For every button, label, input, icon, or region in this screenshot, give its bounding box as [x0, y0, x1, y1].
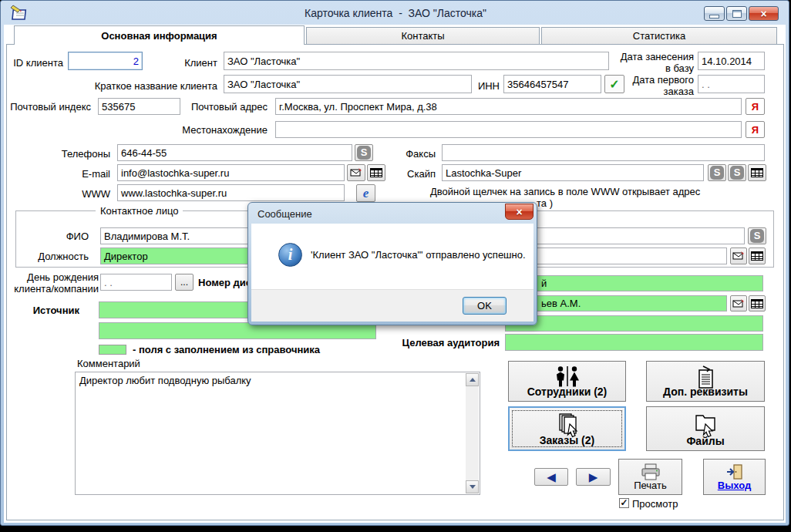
id-label: ID клиента — [8, 57, 63, 69]
orders-button[interactable]: Заказы (2) — [508, 406, 626, 451]
mail-icon — [732, 298, 745, 309]
manager-field[interactable]: ьев А.М. — [505, 295, 727, 311]
fio-value: Владимирова М.Т. — [104, 231, 190, 242]
document-icon — [694, 365, 717, 390]
open-browser-button[interactable]: e — [356, 184, 375, 202]
titlebar[interactable]: Карточка клиента - ЗАО "Ласточка" × — [1, 1, 790, 25]
legend-swatch — [99, 345, 126, 355]
phones-label: Телефоны — [46, 148, 110, 160]
ellipsis-icon: ... — [180, 277, 188, 288]
postcode-field[interactable]: 535675 — [98, 98, 180, 115]
folder-icon — [692, 411, 719, 437]
inn-label: ИНН — [475, 80, 500, 92]
send-mail-button[interactable] — [347, 164, 365, 181]
phone-skype-button[interactable]: S — [355, 144, 373, 161]
tab-main-info[interactable]: Основная информация — [14, 25, 305, 45]
contact-skype-button[interactable]: S — [748, 227, 766, 244]
next-record-button[interactable]: ▶ — [576, 468, 611, 486]
skype-chat-button[interactable]: S — [708, 164, 726, 181]
location-map-button[interactable]: Я — [746, 121, 765, 138]
comment-label: Комментарий — [77, 358, 170, 369]
contact-list-button[interactable] — [749, 247, 766, 264]
inn-field[interactable]: 35646457547 — [503, 75, 601, 93]
table-icon — [751, 299, 763, 308]
short-name-field[interactable]: ЗАО "Ласточка" — [224, 75, 472, 93]
minimize-icon — [709, 15, 719, 19]
manager-value-fragment: ьев А.М. — [541, 298, 581, 309]
target-audience-field[interactable] — [505, 334, 763, 351]
scroll-up-button[interactable] — [466, 373, 479, 386]
prev-record-button[interactable]: ◀ — [534, 468, 568, 486]
birthday-field[interactable]: . . — [100, 274, 172, 291]
email-list-button[interactable] — [367, 164, 385, 181]
target-audience-label: Целевая аудитория — [385, 337, 500, 348]
skype-call-button[interactable]: S — [728, 164, 746, 181]
client-name-field[interactable]: ЗАО "Ласточка" — [224, 52, 609, 70]
yandex-icon: Я — [752, 124, 759, 136]
client-label: Клиент — [150, 57, 217, 69]
maximize-button[interactable] — [726, 6, 747, 21]
short-name-label: Краткое название клиента — [69, 80, 217, 92]
birthday-picker-button[interactable]: ... — [175, 274, 194, 291]
manager-mail-button[interactable] — [730, 295, 747, 311]
client-card-window: Карточка клиента - ЗАО "Ласточка" × Осно… — [0, 0, 791, 532]
preview-checkbox[interactable]: ✓ — [619, 498, 629, 508]
phones-value: 646-44-55 — [121, 147, 167, 159]
dialog-message: 'Клиент ЗАО "Ласточка"' отправлено успеш… — [311, 249, 527, 261]
fax-field[interactable] — [442, 144, 765, 161]
close-button[interactable]: × — [749, 6, 779, 21]
date-added-label: Дата занесения в базу — [614, 51, 694, 74]
info-icon: i — [278, 243, 302, 267]
address-field[interactable]: г.Москва, ул. Проспект Мира, д.38 — [275, 98, 742, 115]
first-order-field[interactable]: . . — [698, 75, 765, 93]
client-id-field[interactable]: 2 — [68, 52, 143, 70]
right-dict-field-3[interactable] — [505, 315, 763, 332]
requisites-button[interactable]: Доп. реквизиты — [646, 361, 765, 402]
date-added-field[interactable]: 14.10.2014 — [698, 52, 765, 70]
inn-value: 35646457547 — [507, 79, 569, 90]
employees-button[interactable]: Сотрудники (2) — [508, 361, 626, 402]
skype-value: Lastochka-Super — [446, 167, 521, 179]
dialog-close-button[interactable]: × — [505, 204, 534, 220]
close-icon: × — [516, 207, 522, 217]
printer-icon — [641, 463, 661, 480]
date-added-value: 14.10.2014 — [702, 56, 752, 67]
skype-list-button[interactable] — [748, 164, 766, 181]
skype-field[interactable]: Lastochka-Super — [442, 164, 704, 181]
comment-textarea[interactable]: Директор любит подводную рыбалку — [75, 372, 480, 495]
preview-checkbox-label: Просмотр — [632, 498, 694, 510]
legend-text: - поля с заполнением из справочника — [133, 344, 364, 355]
exit-button[interactable]: Выход — [703, 459, 766, 495]
mail-icon — [350, 167, 362, 178]
first-order-value: . . — [702, 79, 710, 90]
ok-button[interactable]: OK — [463, 297, 507, 315]
inn-check-button[interactable]: ✓ — [604, 75, 624, 93]
phones-field[interactable]: 646-44-55 — [117, 144, 352, 161]
right-dict-field-1-fragment: й — [541, 278, 547, 289]
minimize-button[interactable] — [704, 6, 725, 21]
manager-list-button[interactable] — [749, 295, 766, 311]
scroll-down-button[interactable] — [466, 480, 479, 493]
tab-main-info-label: Основная информация — [101, 30, 217, 42]
check-icon: ✓ — [609, 77, 619, 92]
close-icon: × — [760, 8, 766, 19]
mail-icon — [732, 251, 745, 261]
www-field[interactable]: www.lastochka-super.ru — [117, 184, 345, 201]
tab-contacts[interactable]: Контакты — [306, 27, 540, 45]
right-dict-field-1[interactable]: й — [505, 275, 763, 291]
location-field[interactable] — [275, 121, 742, 138]
contact-mail-button[interactable] — [730, 247, 747, 264]
dialog-body: i 'Клиент ЗАО "Ласточка"' отправлено усп… — [251, 224, 534, 289]
email-field[interactable]: info@lastochka-super.ru — [117, 164, 345, 181]
comment-scrollbar[interactable] — [466, 373, 479, 493]
www-value: www.lastochka-super.ru — [121, 187, 227, 199]
files-button[interactable]: Файлы — [646, 406, 765, 451]
tab-statistics[interactable]: Статистика — [541, 27, 777, 45]
birthday-value: . . — [104, 277, 113, 288]
www-hint-line2-fragment: та ) — [537, 197, 553, 209]
skype-icon: S — [710, 166, 724, 180]
people-icon — [553, 365, 582, 389]
address-map-button[interactable]: Я — [746, 98, 765, 115]
print-button[interactable]: Печать — [618, 459, 682, 495]
birthday-label: День рождения клиента/компании — [5, 271, 99, 295]
